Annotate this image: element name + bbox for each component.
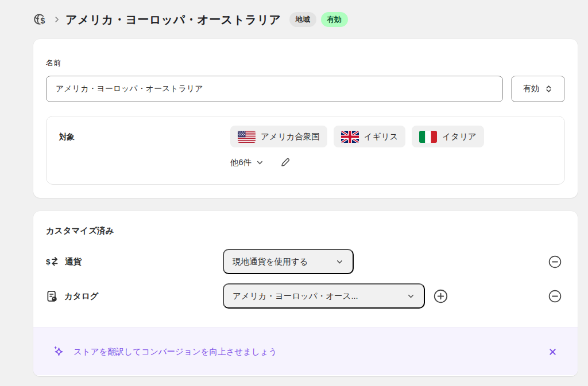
country-chip-united-states[interactable]: アメリカ合衆国 xyxy=(230,126,327,147)
remove-currency-button[interactable] xyxy=(548,255,562,268)
header-badges: 地域 有効 xyxy=(289,12,348,27)
country-chip-italy[interactable]: イタリア xyxy=(412,126,483,147)
region-type-badge: 地域 xyxy=(289,12,316,27)
italy-flag-icon xyxy=(419,131,437,143)
name-field-label: 名前 xyxy=(46,57,565,69)
breadcrumb-chevron-icon xyxy=(53,15,61,24)
currency-select[interactable]: 現地通貨を使用する xyxy=(223,249,354,274)
country-chip-united-kingdom[interactable]: イギリス xyxy=(334,126,405,147)
page-title: アメリカ・ヨーロッパ・オーストラリア xyxy=(65,12,281,28)
status-select[interactable]: 有効 xyxy=(511,76,565,102)
edit-countries-button[interactable] xyxy=(280,157,291,168)
plus-circle-icon xyxy=(434,289,448,303)
country-chip-label: イギリス xyxy=(364,131,398,142)
currency-row: $ 通貨 現地通貨を使用する xyxy=(33,244,578,279)
catalog-select-value: アメリカ・ヨーロッパ・オース... xyxy=(233,291,358,302)
sparkle-icon xyxy=(52,345,65,358)
catalog-select[interactable]: アメリカ・ヨーロッパ・オース... xyxy=(223,283,425,309)
us-flag-icon xyxy=(238,131,256,143)
minus-circle-icon xyxy=(548,255,562,268)
status-select-value: 有効 xyxy=(523,84,539,94)
customized-section-title: カスタマイズ済み xyxy=(33,211,578,236)
more-countries-label[interactable]: 他6件 xyxy=(230,157,252,168)
translate-promo-link[interactable]: ストアを翻訳してコンバージョンを向上させましょう xyxy=(74,346,277,357)
svg-text:$: $ xyxy=(41,16,45,25)
remove-catalog-button[interactable] xyxy=(548,290,562,303)
minus-circle-icon xyxy=(548,290,562,303)
close-icon xyxy=(548,348,557,356)
markets-globe-dollar-icon[interactable]: $ xyxy=(33,12,48,27)
currency-select-value: 現地通貨を使用する xyxy=(233,256,308,267)
updown-chevrons-icon xyxy=(544,84,553,93)
page-header: $ アメリカ・ヨーロッパ・オーストラリア 地域 有効 xyxy=(0,0,588,30)
market-name-input[interactable] xyxy=(46,76,503,102)
chevron-down-icon xyxy=(335,258,344,266)
target-label: 対象 xyxy=(59,126,230,142)
country-chip-label: イタリア xyxy=(442,131,476,142)
catalog-row: カタログ アメリカ・ヨーロッパ・オース... xyxy=(33,279,578,313)
catalog-row-label: カタログ xyxy=(64,291,98,302)
currency-exchange-icon: $ xyxy=(46,256,59,267)
add-catalog-button[interactable] xyxy=(434,289,448,303)
banner-close-button[interactable] xyxy=(548,348,557,356)
pencil-icon xyxy=(280,157,291,168)
target-countries-box: 対象 xyxy=(46,116,565,185)
currency-row-label: 通貨 xyxy=(65,256,82,267)
catalog-icon xyxy=(46,290,58,302)
country-chip-label: アメリカ合衆国 xyxy=(261,131,320,142)
uk-flag-icon xyxy=(341,131,359,143)
chevron-down-icon[interactable] xyxy=(256,158,264,167)
market-name-card: 名前 有効 対象 xyxy=(33,39,578,198)
chevron-down-icon xyxy=(407,292,415,301)
translate-promo-banner: ストアを翻訳してコンバージョンを向上させましょう xyxy=(33,327,578,375)
status-badge: 有効 xyxy=(321,12,348,27)
svg-text:$: $ xyxy=(46,258,51,266)
customized-card: カスタマイズ済み $ 通貨 現地通貨を使用する xyxy=(33,211,578,376)
